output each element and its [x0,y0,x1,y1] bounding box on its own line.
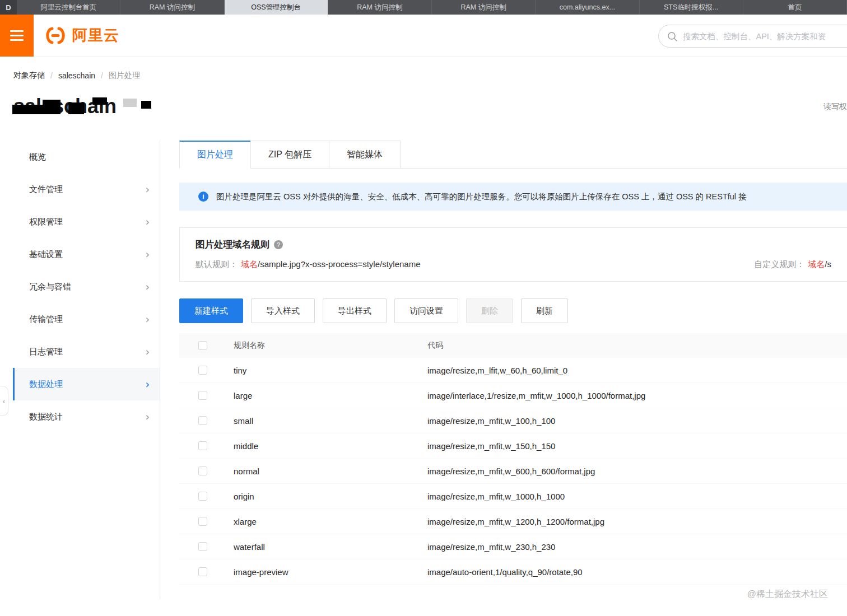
table-row: middle image/resize,m_mfit,w_150,h_150 [179,433,847,459]
aliyun-logo[interactable]: 阿里云 [43,25,119,45]
sidebar-item-basic-settings[interactable]: 基础设置 › [13,238,160,270]
chevron-right-icon: › [145,347,150,357]
redaction-block [92,97,107,105]
row-checkbox[interactable] [198,567,207,576]
export-style-button[interactable]: 导出样式 [323,298,387,323]
global-search-input[interactable] [683,32,847,41]
rule-name: image-preview [234,567,427,577]
column-header-code: 代码 [427,340,847,351]
chevron-right-icon: › [145,184,150,195]
row-checkbox[interactable] [198,441,207,450]
rule-code: image/resize,m_mfit,w_600,h_600/format,j… [427,466,847,476]
delete-button[interactable]: 删除 [466,298,513,323]
chevron-right-icon: › [145,314,150,325]
browser-tab[interactable]: RAM 访问控制 [120,0,224,15]
row-checkbox[interactable] [198,391,207,400]
table-row: origin image/resize,m_mfit,w_1000,h_1000 [179,484,847,509]
row-checkbox[interactable] [198,416,207,425]
default-rule: 默认规则：域名/sample.jpg?x-oss-process=style/s… [196,259,421,270]
redaction-block [43,100,61,114]
rule-code: image/resize,m_mfit,w_1200,h_1200/format… [427,517,847,526]
row-checkbox[interactable] [198,517,207,526]
app-header: 阿里云 [0,15,847,57]
row-checkbox[interactable] [198,466,207,475]
search-icon [667,31,677,41]
sidebar-item-overview[interactable]: 概览 [13,141,160,173]
aliyun-logo-text: 阿里云 [72,25,119,45]
table-header-row: 规则名称 代码 [179,333,847,358]
watermark: @稀土掘金技术社区 [747,589,828,600]
select-all-checkbox[interactable] [198,341,207,350]
row-checkbox[interactable] [198,542,207,551]
sidebar-item-transfer[interactable]: 传输管理 › [13,303,160,335]
rule-code: image/resize,m_mfit,w_230,h_230 [427,542,847,552]
redaction-block [141,101,151,109]
browser-profile-badge: D [0,0,17,15]
page-body: 对象存储 / saleschain / 图片处理 saleschain 读写权 … [0,57,847,616]
tab-image-processing[interactable]: 图片处理 [179,141,251,169]
sidebar-collapse-handle[interactable]: ‹ [0,386,8,416]
tab-zip-decompress[interactable]: ZIP 包解压 [250,141,329,169]
browser-tab[interactable]: RAM 访问控制 [328,0,432,15]
access-settings-button[interactable]: 访问设置 [394,298,458,323]
domain-rule-title: 图片处理域名规则 [196,239,269,251]
browser-tab[interactable]: 首页 [743,0,847,15]
sidebar-item-logging[interactable]: 日志管理 › [13,335,160,368]
hamburger-menu-button[interactable] [0,15,34,57]
column-header-name: 规则名称 [234,340,427,351]
chevron-right-icon: › [145,412,150,422]
breadcrumb-separator: / [101,71,103,80]
content-tabs: 图片处理 ZIP 包解压 智能媒体 [179,140,847,169]
browser-tab[interactable]: com.aliyuncs.ex... [536,0,639,15]
info-icon: i [198,192,208,202]
sidebar-item-data-processing[interactable]: 数据处理 › [13,368,160,400]
browser-tab[interactable]: RAM 访问控制 [432,0,536,15]
rule-code: image/resize,m_mfit,w_1000,h_1000 [427,492,847,501]
redaction-block [68,102,84,114]
browser-tab[interactable]: 阿里云控制台首页 [17,0,120,15]
global-search-box[interactable] [658,25,847,48]
rule-name: normal [234,466,427,476]
sidebar-item-permission[interactable]: 权限管理 › [13,206,160,238]
rule-name: middle [234,441,427,451]
table-row: waterfall image/resize,m_mfit,w_230,h_23… [179,534,847,559]
rule-name: small [234,416,427,426]
row-checkbox[interactable] [198,366,207,375]
domain-rule-panel: 图片处理域名规则 ? 默认规则：域名/sample.jpg?x-oss-proc… [179,227,847,282]
help-icon[interactable]: ? [274,240,283,249]
info-banner-text: 图片处理是阿里云 OSS 对外提供的海量、安全、低成本、高可靠的图片处理服务。您… [216,192,747,202]
table-row: large image/interlace,1/resize,m_mfit,w_… [179,383,847,408]
hamburger-icon [10,30,24,32]
import-style-button[interactable]: 导入样式 [251,298,315,323]
sidebar-item-redundancy[interactable]: 冗余与容错 › [13,270,160,303]
redaction-block [123,99,137,107]
breadcrumb-current: 图片处理 [109,71,140,81]
info-banner: i 图片处理是阿里云 OSS 对外提供的海量、安全、低成本、高可靠的图片处理服务… [179,183,847,211]
rule-name: xlarge [234,517,427,526]
table-row: tiny image/resize,m_lfit,w_60,h_60,limit… [179,358,847,383]
refresh-button[interactable]: 刷新 [521,298,568,323]
table-row: normal image/resize,m_mfit,w_600,h_600/f… [179,459,847,484]
rule-name: waterfall [234,542,427,552]
new-style-button[interactable]: 新建样式 [179,298,243,323]
sidebar-item-file-management[interactable]: 文件管理 › [13,173,160,206]
rule-name: origin [234,492,427,501]
domain-highlight: 域名 [241,259,258,269]
chevron-right-icon: › [145,217,150,227]
sidebar-item-data-statistics[interactable]: 数据统计 › [13,400,160,433]
custom-rule: 自定义规则：域名/s [754,259,831,270]
chevron-right-icon: › [145,282,150,292]
redaction-block [12,105,47,114]
browser-tab-active[interactable]: OSS管理控制台 [225,0,328,15]
rule-name: tiny [234,366,427,375]
rule-code: image/auto-orient,1/quality,q_90/rotate,… [427,567,847,577]
breadcrumb-object-storage[interactable]: 对象存储 [13,71,45,81]
browser-tab-strip: D 阿里云控制台首页 RAM 访问控制 OSS管理控制台 RAM 访问控制 RA… [0,0,847,15]
tab-smart-media[interactable]: 智能媒体 [329,141,401,169]
rule-code: image/resize,m_mfit,w_100,h_100 [427,416,847,426]
breadcrumb-bucket[interactable]: saleschain [58,71,95,80]
style-toolbar: 新建样式 导入样式 导出样式 访问设置 删除 刷新 [179,298,847,323]
row-checkbox[interactable] [198,492,207,501]
browser-tab[interactable]: STS临时授权报... [640,0,743,15]
page-title: saleschain [13,95,117,118]
